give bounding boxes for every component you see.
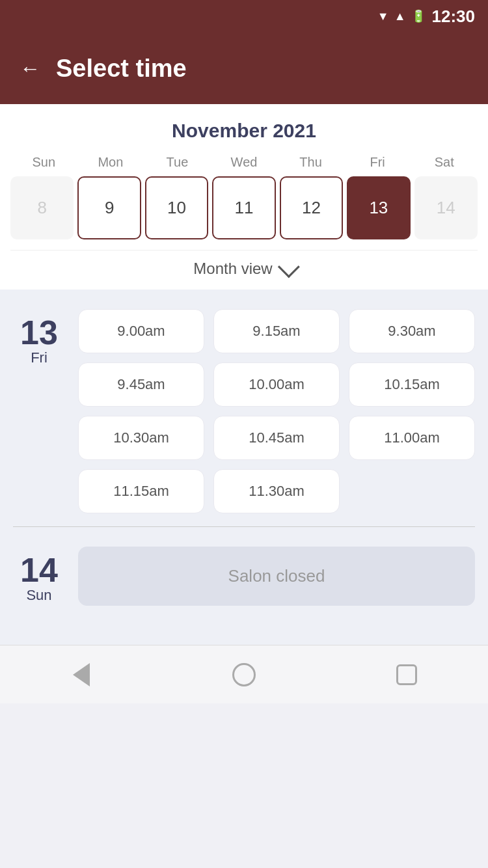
back-button[interactable]: ←: [20, 57, 40, 81]
day-separator: [13, 526, 475, 527]
day-8[interactable]: 8: [10, 176, 74, 239]
header: ← Select time: [0, 33, 488, 104]
weekday-fri: Fri: [344, 155, 411, 170]
weekdays-row: Sun Mon Tue Wed Thu Fri Sat: [10, 155, 478, 170]
recents-nav-button[interactable]: [394, 662, 420, 688]
days-row: 8 9 10 11 12 13 14: [10, 176, 478, 239]
calendar-section: November 2021 Sun Mon Tue Wed Thu Fri Sa…: [0, 104, 488, 290]
day-11[interactable]: 11: [212, 176, 275, 239]
time-slot-915[interactable]: 9.15am: [213, 309, 340, 353]
back-nav-button[interactable]: [68, 662, 94, 688]
time-slot-1030[interactable]: 10.30am: [78, 416, 204, 460]
salon-closed-card: Salon closed: [78, 547, 475, 606]
time-slot-1100[interactable]: 11.00am: [349, 416, 475, 460]
day-13-block: 13 Fri 9.00am 9.15am 9.30am 9.45am 10.00…: [13, 309, 475, 513]
weekday-mon: Mon: [77, 155, 144, 170]
chevron-down-icon: [278, 256, 300, 278]
month-year-label: November 2021: [10, 120, 478, 142]
time-slot-1045[interactable]: 10.45am: [213, 416, 340, 460]
time-slot-1000[interactable]: 10.00am: [213, 362, 340, 407]
day-14-label: 14 Sun: [13, 547, 65, 604]
time-slot-1015[interactable]: 10.15am: [349, 362, 475, 407]
wifi-icon: ▼: [377, 10, 389, 23]
day-10[interactable]: 10: [145, 176, 208, 239]
weekday-tue: Tue: [144, 155, 211, 170]
time-slot-1115[interactable]: 11.15am: [78, 469, 204, 513]
day-9[interactable]: 9: [77, 176, 141, 239]
day-13-number: 13: [13, 316, 65, 349]
weekday-thu: Thu: [277, 155, 344, 170]
home-nav-button[interactable]: [231, 662, 257, 688]
weekday-sun: Sun: [10, 155, 77, 170]
battery-icon: 🔋: [411, 9, 426, 23]
day-13-name: Fri: [13, 349, 65, 366]
home-nav-icon: [232, 663, 256, 686]
back-nav-icon: [73, 663, 90, 686]
status-time: 12:30: [432, 7, 476, 27]
day-13-label: 13 Fri: [13, 309, 65, 366]
day-13-time-grid: 9.00am 9.15am 9.30am 9.45am 10.00am 10.1…: [78, 309, 475, 513]
nav-bar: [0, 645, 488, 703]
weekday-sat: Sat: [411, 155, 478, 170]
day-14-name: Sun: [13, 587, 65, 604]
day-13[interactable]: 13: [347, 176, 410, 239]
month-view-toggle[interactable]: Month view: [10, 250, 478, 290]
day-14-number: 14: [13, 553, 65, 587]
status-icons: ▼ ▲ 🔋: [377, 9, 426, 23]
day-12[interactable]: 12: [280, 176, 343, 239]
recents-nav-icon: [396, 664, 417, 685]
time-section: 13 Fri 9.00am 9.15am 9.30am 9.45am 10.00…: [0, 290, 488, 645]
time-slot-1130[interactable]: 11.30am: [213, 469, 340, 513]
time-slot-900[interactable]: 9.00am: [78, 309, 204, 353]
day-14[interactable]: 14: [414, 176, 478, 239]
salon-closed-label: Salon closed: [228, 566, 325, 586]
month-view-label: Month view: [193, 260, 272, 278]
weekday-wed: Wed: [211, 155, 278, 170]
status-bar: ▼ ▲ 🔋 12:30: [0, 0, 488, 33]
signal-icon: ▲: [394, 10, 406, 23]
day-14-block: 14 Sun Salon closed: [13, 547, 475, 606]
page-title: Select time: [56, 55, 187, 83]
time-slot-945[interactable]: 9.45am: [78, 362, 204, 407]
time-slot-930[interactable]: 9.30am: [349, 309, 475, 353]
